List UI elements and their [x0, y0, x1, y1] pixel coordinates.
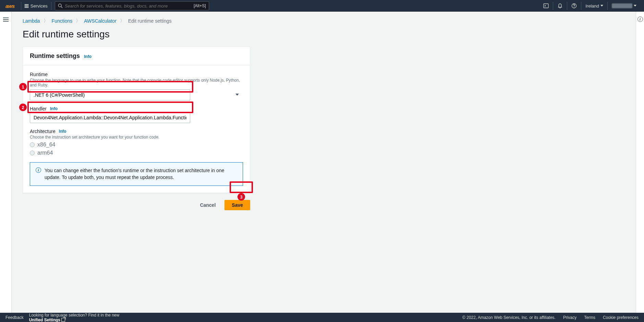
architecture-label: Architecture: [30, 129, 56, 134]
breadcrumb-functions[interactable]: Functions: [52, 18, 73, 24]
breadcrumb: Lambda 〉 Functions 〉 AWSCalculator 〉 Edi…: [12, 12, 636, 27]
region-selector[interactable]: Ireland: [581, 2, 608, 10]
services-menu-button[interactable]: Services: [21, 2, 51, 10]
chevron-down-icon: [235, 94, 239, 96]
chevron-right-icon: 〉: [44, 18, 48, 24]
runtime-label: Runtime: [30, 72, 243, 77]
chevron-down-icon: [634, 5, 636, 7]
search-input[interactable]: [65, 3, 194, 9]
help-button[interactable]: [567, 2, 581, 10]
info-icon: i: [36, 167, 41, 173]
footer: Feedback Looking for language selection?…: [0, 313, 644, 322]
info-icon: i: [637, 16, 643, 22]
help-icon: [571, 3, 577, 9]
services-label: Services: [31, 3, 48, 9]
footer-lang-text: Looking for language selection? Find it …: [29, 313, 120, 322]
panel-info-link[interactable]: Info: [84, 54, 92, 59]
top-navbar: aws Services [Alt+S] Ireland: [0, 0, 644, 12]
architecture-help: Choose the instruction set architecture …: [30, 135, 243, 140]
panel-title: Runtime settings: [30, 52, 80, 60]
grid-icon: [25, 4, 28, 8]
search-shortcut: [Alt+S]: [194, 3, 206, 8]
cloudshell-icon: [543, 3, 549, 9]
privacy-link[interactable]: Privacy: [563, 315, 576, 320]
arch-radio-x86[interactable]: x86_64: [30, 142, 243, 148]
cookie-prefs-link[interactable]: Cookie preferences: [603, 315, 639, 320]
unified-settings-link[interactable]: Unified Settings: [29, 318, 120, 322]
cancel-button[interactable]: Cancel: [196, 200, 220, 210]
runtime-select[interactable]: .NET 6 (C#/PowerShell): [30, 90, 190, 100]
radio-icon: [30, 142, 35, 147]
info-alert: i You can change either the function's r…: [30, 162, 243, 186]
handler-field: Handler Info: [30, 106, 243, 123]
terms-link[interactable]: Terms: [584, 315, 595, 320]
main-content: Lambda 〉 Functions 〉 AWSCalculator 〉 Edi…: [12, 12, 636, 313]
svg-point-4: [574, 7, 574, 8]
aws-logo[interactable]: aws: [3, 3, 17, 9]
svg-point-0: [58, 4, 61, 7]
action-buttons: Cancel Save: [23, 200, 250, 210]
runtime-help: Choose the language to use to write your…: [30, 78, 243, 87]
handler-info-link[interactable]: Info: [50, 106, 58, 111]
account-menu[interactable]: [608, 2, 641, 10]
architecture-info-link[interactable]: Info: [59, 129, 66, 134]
svg-line-1: [61, 7, 62, 8]
search-icon: [58, 3, 63, 8]
radio-icon: [30, 151, 35, 155]
runtime-field: Runtime Choose the language to use to wr…: [30, 72, 243, 100]
chevron-right-icon: 〉: [76, 18, 81, 24]
arch-radio-arm64[interactable]: arm64: [30, 150, 243, 156]
handler-input[interactable]: [30, 112, 190, 123]
panel-header: Runtime settings Info: [23, 47, 250, 65]
left-panel-toggle[interactable]: [0, 12, 12, 313]
search-bar[interactable]: [Alt+S]: [55, 1, 209, 10]
bell-icon: [557, 3, 563, 9]
handler-label: Handler: [30, 106, 47, 111]
save-button[interactable]: Save: [224, 200, 250, 210]
runtime-settings-panel: Runtime settings Info Runtime Choose the…: [23, 47, 250, 193]
hamburger-icon: [3, 16, 9, 313]
breadcrumb-function-name[interactable]: AWSCalculator: [84, 18, 116, 24]
notifications-button[interactable]: [553, 2, 567, 10]
footer-copyright: © 2022, Amazon Web Services, Inc. or its…: [462, 315, 556, 320]
architecture-field: Architecture Info Choose the instruction…: [30, 129, 243, 156]
feedback-link[interactable]: Feedback: [5, 315, 24, 320]
cloudshell-button[interactable]: [539, 2, 553, 10]
page-title: Edit runtime settings: [12, 27, 636, 47]
right-panel-toggle[interactable]: i: [636, 12, 644, 313]
chevron-right-icon: 〉: [120, 18, 125, 24]
account-name-blurred: [612, 3, 632, 8]
info-alert-text: You can change either the function's run…: [45, 167, 237, 181]
breadcrumb-current: Edit runtime settings: [128, 18, 172, 24]
chevron-down-icon: [600, 5, 603, 7]
external-link-icon: [61, 318, 65, 322]
breadcrumb-lambda[interactable]: Lambda: [23, 18, 40, 24]
